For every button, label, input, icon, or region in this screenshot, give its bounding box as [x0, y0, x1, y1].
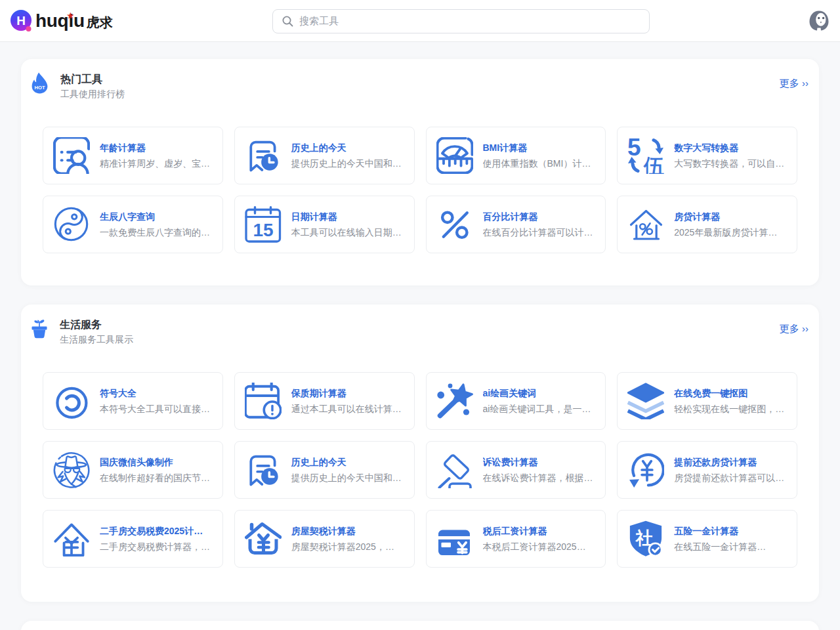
svg-text:H: H — [16, 14, 26, 28]
svg-text:5: 5 — [627, 137, 641, 161]
svg-text:15: 15 — [253, 220, 273, 240]
svg-text:伍: 伍 — [643, 155, 664, 174]
svg-text:HOT: HOT — [34, 85, 45, 91]
